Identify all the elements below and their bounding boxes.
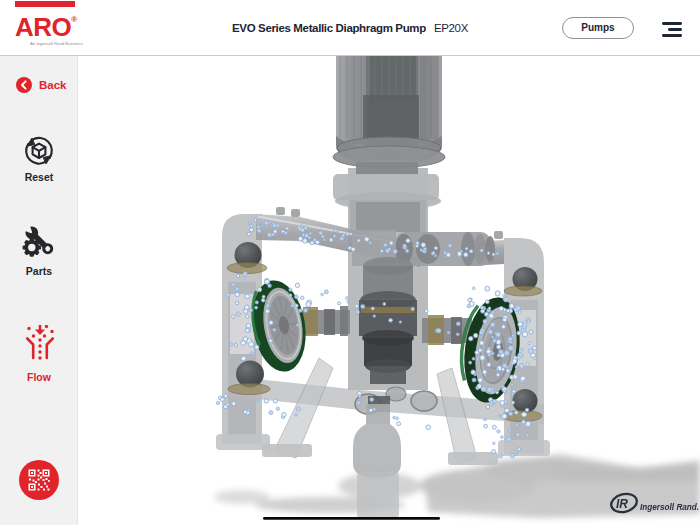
svg-text:Ingersoll Rand.: Ingersoll Rand. [640,503,699,512]
svg-text:IR: IR [616,497,628,511]
